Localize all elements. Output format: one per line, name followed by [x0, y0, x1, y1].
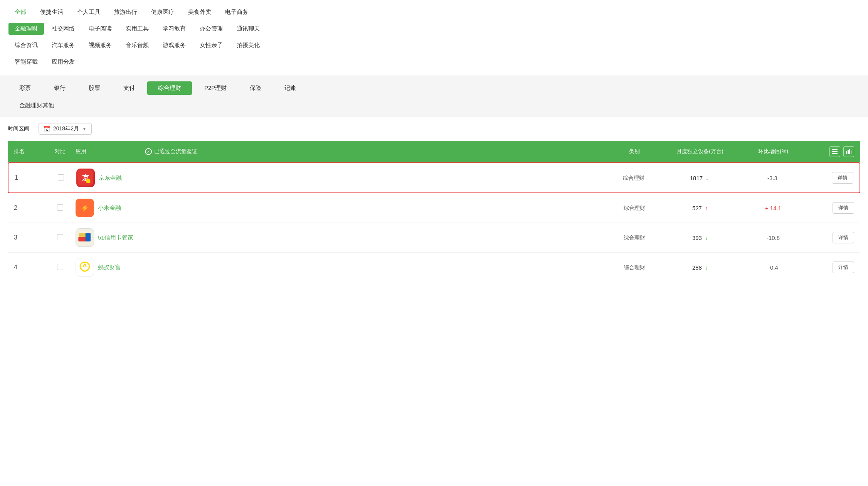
verified-check-icon: ✓ — [145, 148, 152, 155]
nav-item-汽车服务[interactable]: 汽车服务 — [45, 39, 81, 51]
nav-item-智能穿戴[interactable]: 智能穿戴 — [8, 56, 44, 68]
col-header-category: 类别 — [607, 148, 661, 155]
nav-item-视频服务[interactable]: 视频服务 — [82, 39, 118, 51]
nav-item-金融理财[interactable]: 金融理财 — [8, 23, 44, 35]
svg-rect-4 — [848, 150, 849, 154]
table-row-3: 3 51信用卡管家 综合理财 — [8, 223, 860, 253]
nav-item-电子商务[interactable]: 电子商务 — [219, 6, 254, 18]
sub-nav-item-金融理财其他[interactable]: 金融理财其他 — [8, 99, 65, 112]
nav-item-女性亲子[interactable]: 女性亲子 — [193, 39, 229, 51]
compare-checkbox-2[interactable] — [57, 204, 63, 211]
app-name-2[interactable]: 小米金融 — [98, 204, 121, 212]
app-info-3: 51信用卡管家 — [76, 228, 145, 247]
col-header-rank: 排名 — [14, 148, 45, 155]
app-col-4: 蚂蚁财富 — [76, 258, 145, 277]
app-name-4[interactable]: 蚂蚁财富 — [98, 264, 121, 271]
detail-button-3[interactable]: 详情 — [833, 232, 854, 243]
time-label: 时间区间： — [8, 125, 35, 132]
svg-rect-1 — [832, 151, 838, 152]
verified-label: 已通过全流量验证 — [154, 148, 197, 155]
col-header-devices: 月度独立设备(万台) — [661, 148, 738, 155]
compare-2 — [45, 204, 76, 212]
trend-up-2: ↑ — [705, 205, 708, 211]
svg-point-9 — [86, 179, 91, 184]
nav-item-音乐音频[interactable]: 音乐音频 — [119, 39, 155, 51]
list-view-icon[interactable] — [829, 146, 840, 157]
trend-down-3: ↓ — [705, 235, 708, 241]
sub-nav-item-保险[interactable]: 保险 — [239, 81, 272, 95]
svg-rect-0 — [832, 149, 838, 150]
nav-item-游戏服务[interactable]: 游戏服务 — [156, 39, 192, 51]
category-2: 综合理财 — [607, 204, 661, 212]
table-header: 排名 对比 应用 ✓ 已通过全流量验证 类别 月度独立设备(万台) 环比增幅(%… — [8, 141, 860, 162]
svg-rect-13 — [79, 233, 86, 238]
detail-button-1[interactable]: 详情 — [832, 172, 853, 184]
nav-row-1: 全部 便捷生活 个人工具 旅游出行 健康医疗 美食外卖 电子商务 — [8, 5, 860, 20]
svg-rect-15 — [86, 233, 91, 241]
nav-item-实用工具[interactable]: 实用工具 — [119, 23, 155, 35]
nav-item-个人工具[interactable]: 个人工具 — [71, 6, 106, 18]
chart-view-icon[interactable] — [843, 146, 854, 157]
nav-row-4: 智能穿戴 应用分发 — [8, 54, 860, 69]
time-value: 2018年2月 — [53, 125, 79, 132]
compare-checkbox-3[interactable] — [57, 234, 63, 240]
nav-item-办公管理[interactable]: 办公管理 — [193, 23, 229, 35]
actions-4: 详情 — [808, 262, 854, 273]
app-info-4: 蚂蚁财富 — [76, 258, 145, 277]
rank-1: 1 — [15, 174, 45, 181]
svg-rect-3 — [846, 151, 847, 154]
nav-item-应用分发[interactable]: 应用分发 — [45, 56, 81, 68]
category-4: 综合理财 — [607, 264, 661, 271]
time-select-box[interactable]: 📅 2018年2月 ▼ — [39, 123, 92, 135]
svg-rect-6 — [851, 150, 851, 154]
compare-1 — [45, 174, 76, 182]
sub-nav-item-彩票[interactable]: 彩票 — [8, 81, 42, 95]
devices-2: 527 ↑ — [661, 205, 738, 211]
svg-rect-5 — [849, 149, 850, 154]
rank-3: 3 — [14, 234, 45, 241]
app-col-3: 51信用卡管家 — [76, 228, 145, 247]
chevron-down-icon: ▼ — [82, 126, 87, 132]
nav-item-美食外卖[interactable]: 美食外卖 — [182, 6, 217, 18]
col-header-actions — [808, 146, 854, 157]
sub-nav: 彩票 银行 股票 支付 综合理财 P2P理财 保险 记账 金融理财其他 — [0, 76, 868, 117]
sub-nav-item-支付[interactable]: 支付 — [113, 81, 146, 95]
nav-item-all[interactable]: 全部 — [8, 6, 32, 18]
rank-4: 4 — [14, 264, 45, 271]
sub-nav-item-记账[interactable]: 记账 — [274, 81, 307, 95]
app-icon-xiaomi: ⚡ — [76, 199, 94, 217]
nav-item-社交网络[interactable]: 社交网络 — [45, 23, 81, 35]
sub-nav-item-银行[interactable]: 银行 — [43, 81, 76, 95]
nav-item-通讯聊天[interactable]: 通讯聊天 — [230, 23, 266, 35]
devices-4: 288 ↓ — [661, 264, 738, 271]
compare-checkbox-1[interactable] — [58, 174, 64, 181]
svg-rect-2 — [832, 153, 838, 154]
nav-item-综合资讯[interactable]: 综合资讯 — [8, 39, 44, 51]
nav-item-健康医疗[interactable]: 健康医疗 — [145, 6, 180, 18]
nav-item-电子阅读[interactable]: 电子阅读 — [82, 23, 118, 35]
compare-3 — [45, 234, 76, 241]
nav-item-拍摄美化[interactable]: 拍摄美化 — [230, 39, 266, 51]
app-col-2: ⚡ 小米金融 — [76, 199, 145, 217]
app-name-1[interactable]: 京东金融 — [99, 174, 122, 182]
app-name-3[interactable]: 51信用卡管家 — [98, 234, 133, 241]
sub-nav-item-综合理财[interactable]: 综合理财 — [147, 81, 192, 95]
nav-item-旅游出行[interactable]: 旅游出行 — [108, 6, 143, 18]
svg-text:⚡: ⚡ — [81, 204, 89, 212]
nav-item-学习教育[interactable]: 学习教育 — [156, 23, 192, 35]
detail-button-2[interactable]: 详情 — [833, 202, 854, 214]
compare-checkbox-4[interactable] — [57, 264, 63, 270]
app-col-1: 京 京东金融 — [76, 169, 146, 187]
devices-3: 393 ↓ — [661, 235, 738, 241]
col-header-verified: ✓ 已通过全流量验证 — [145, 148, 607, 155]
compare-4 — [45, 264, 76, 271]
sub-nav-item-股票[interactable]: 股票 — [78, 81, 111, 95]
nav-item-便捷生活[interactable]: 便捷生活 — [34, 6, 69, 18]
sub-nav-item-P2P理财[interactable]: P2P理财 — [193, 81, 237, 95]
growth-2: + 14.1 — [738, 205, 808, 211]
col-header-app: 应用 — [76, 148, 145, 155]
table-row-4: 4 蚂蚁财富 综合理财 288 ↓ — [8, 253, 860, 282]
growth-3: -10.8 — [738, 235, 808, 241]
detail-button-4[interactable]: 详情 — [833, 262, 854, 273]
trend-down-4: ↓ — [705, 265, 708, 271]
